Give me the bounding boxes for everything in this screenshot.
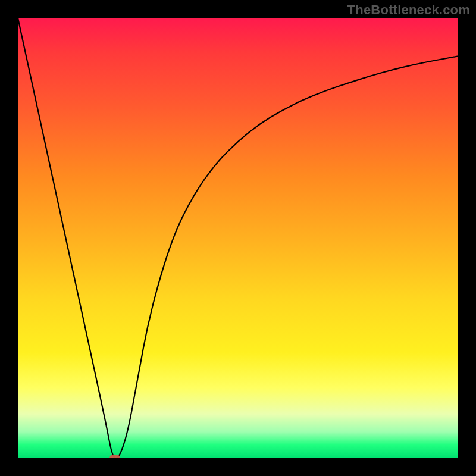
chart-frame: TheBottleneck.com: [0, 0, 476, 476]
plot-area: [18, 18, 458, 458]
minimum-marker: [109, 455, 120, 458]
watermark-text: TheBottleneck.com: [347, 2, 470, 18]
curve-layer: [18, 18, 458, 458]
optimum-curve: [18, 18, 458, 458]
